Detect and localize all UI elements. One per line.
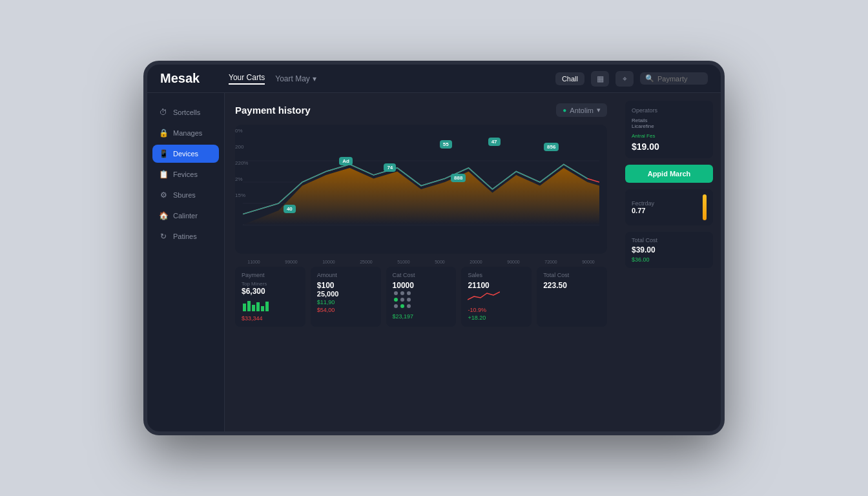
operators-card: Operators Retails Licarefine Antral Fes … xyxy=(625,101,713,158)
operators-label1: Retails xyxy=(632,118,707,123)
right-panel: Operators Retails Licarefine Antral Fes … xyxy=(617,93,721,431)
annual-fee-label: Antral Fes xyxy=(632,133,707,139)
stat-change-payment: $33,344 xyxy=(242,315,299,322)
chat-button[interactable]: Chall xyxy=(555,72,584,85)
main-layout: ⏱ Sortcells 🔒 Manages 📱 Devices 📋 Fevice… xyxy=(147,93,721,431)
calendar-icon-btn[interactable]: ▦ xyxy=(591,71,609,87)
stat-label-amount: Amount xyxy=(317,272,375,278)
stats-row: Payment Top Miners $6,300 xyxy=(235,267,607,327)
section-title: Payment history xyxy=(235,105,311,116)
tab-yoart-may[interactable]: Yoart May ▾ xyxy=(275,73,316,85)
attachment-icon-btn[interactable]: ⌖ xyxy=(615,71,634,87)
apply-march-button[interactable]: Appid March xyxy=(625,165,713,183)
home-icon: 🏠 xyxy=(159,211,168,220)
device-icon: 📱 xyxy=(159,149,168,158)
chevron-down-icon: ▾ xyxy=(313,74,316,83)
search-icon: 🔍 xyxy=(645,74,654,83)
chart-tooltip-2: Ad xyxy=(339,157,353,165)
chevron-icon: ▾ xyxy=(597,106,601,114)
sidebar-item-sbures[interactable]: ⚙ Sbures xyxy=(152,186,219,204)
sidebar-item-sortcells[interactable]: ⏱ Sortcells xyxy=(152,103,219,121)
svg-point-14 xyxy=(400,298,404,302)
right-total-label: Total Cost xyxy=(632,237,707,243)
svg-point-18 xyxy=(407,304,411,308)
content-inner: Payment history ● Antolim ▾ xyxy=(225,93,721,431)
sidebar-item-calinter[interactable]: 🏠 Calinter xyxy=(152,207,219,225)
stat-mini-chart-payment xyxy=(242,298,299,314)
stat-value-totalcost: 223.50 xyxy=(543,281,601,290)
sidebar-item-manages[interactable]: 🔒 Manages xyxy=(152,124,219,142)
period-dropdown[interactable]: ● Antolim ▾ xyxy=(556,103,607,117)
stat-change-sales1: -10.9% xyxy=(468,307,525,313)
stat-change-catcost: $23,197 xyxy=(393,313,450,320)
svg-point-12 xyxy=(407,291,411,295)
chart-container: 0% 200 220% 2% 15% 40 Ad 74 55 47 888 85… xyxy=(235,125,607,254)
content-area: Payment history ● Antolim ▾ xyxy=(225,93,721,431)
circle-icon: ● xyxy=(563,107,566,114)
stat-card-catcost: Cat Cost 10000 xyxy=(386,267,457,327)
main-panel: Payment history ● Antolim ▾ xyxy=(225,93,617,431)
operators-label2: Licarefine xyxy=(632,123,707,129)
yellow-bar-indicator xyxy=(703,194,707,220)
gear-icon: ⚙ xyxy=(159,191,168,200)
topbar: Mesak Your Carts Yoart May ▾ Chall ▦ ⌖ 🔍 xyxy=(147,65,721,93)
svg-rect-4 xyxy=(243,304,246,311)
chart-tooltip-4: 55 xyxy=(440,140,452,149)
sidebar-item-patines[interactable]: ↻ Patines xyxy=(152,227,219,245)
stat-value-catcost: 10000 xyxy=(393,281,450,290)
tablet-frame: Mesak Your Carts Yoart May ▾ Chall ▦ ⌖ 🔍… xyxy=(143,61,725,435)
right-bottom-card: Total Cost $39.00 $36.00 xyxy=(625,232,713,268)
app-logo: Mesak xyxy=(160,71,218,86)
stat-change-amount2: $54,00 xyxy=(317,307,375,313)
svg-rect-6 xyxy=(252,305,255,311)
stat-change-amount1: $11,90 xyxy=(317,299,375,305)
tab-your-carts[interactable]: Your Carts xyxy=(229,73,265,85)
stat-card-amount: Amount $100 25,000 $11,90 $54,00 xyxy=(311,267,381,327)
clock-icon: ⏱ xyxy=(159,108,168,117)
svg-rect-5 xyxy=(247,301,251,311)
sidebar-item-devices[interactable]: 📱 Devices xyxy=(152,145,219,163)
stat-sublabel-payment: Top Miners xyxy=(242,281,299,287)
annual-fee-value: $19.00 xyxy=(632,141,707,152)
chart-tooltip-5: 47 xyxy=(488,138,501,146)
topbar-actions: Chall ▦ ⌖ 🔍 xyxy=(555,71,708,87)
right-total-change: $36.00 xyxy=(632,256,707,263)
chart-tooltip-7: 856 xyxy=(544,143,559,151)
svg-rect-7 xyxy=(256,302,260,311)
search-input[interactable] xyxy=(657,75,703,83)
stat-label-totalcost: Total Cost xyxy=(543,272,601,278)
svg-rect-9 xyxy=(265,302,269,311)
svg-rect-8 xyxy=(261,306,264,311)
svg-point-13 xyxy=(394,298,398,302)
stat-line-sales xyxy=(468,290,500,303)
stat-card-totalcost: Total Cost 223.50 xyxy=(537,267,607,327)
stat-label-payment: Payment xyxy=(242,272,299,278)
svg-point-15 xyxy=(407,298,411,302)
stat-value-payment: $6,300 xyxy=(242,287,299,296)
sidebar-item-fevices[interactable]: 📋 Fevices xyxy=(152,165,219,183)
lock-icon: 🔒 xyxy=(159,129,168,138)
svg-point-11 xyxy=(400,291,404,295)
nav-tabs: Your Carts Yoart May ▾ xyxy=(229,73,545,85)
sidebar: ⏱ Sortcells 🔒 Manages 📱 Devices 📋 Fevice… xyxy=(147,93,225,431)
right-info-value: 0.77 xyxy=(632,207,654,214)
stat-card-payment: Payment Top Miners $6,300 xyxy=(235,267,305,327)
chart-tooltip-6: 888 xyxy=(451,174,466,182)
refresh-icon: ↻ xyxy=(159,232,168,241)
operators-title: Operators xyxy=(632,107,707,114)
list-icon: 📋 xyxy=(159,170,168,179)
stat-label-catcost: Cat Cost xyxy=(393,272,450,278)
right-total-value: $39.00 xyxy=(632,245,707,254)
stat-value-sales: 21100 xyxy=(468,281,525,290)
svg-point-10 xyxy=(394,291,398,295)
stat-dots-catcost xyxy=(393,290,450,312)
section-header: Payment history ● Antolim ▾ xyxy=(235,103,607,117)
stat-value-amount: $100 xyxy=(317,281,375,290)
chart-tooltip-3: 74 xyxy=(384,163,396,172)
stat-change-sales2: +18.20 xyxy=(468,315,525,321)
stat-card-sales: Sales 21100 -10.9% +18.20 xyxy=(461,267,532,327)
search-bar: 🔍 xyxy=(640,72,708,85)
chart-tooltip-1: 40 xyxy=(284,205,296,213)
svg-point-16 xyxy=(394,304,398,308)
svg-point-17 xyxy=(400,304,404,308)
